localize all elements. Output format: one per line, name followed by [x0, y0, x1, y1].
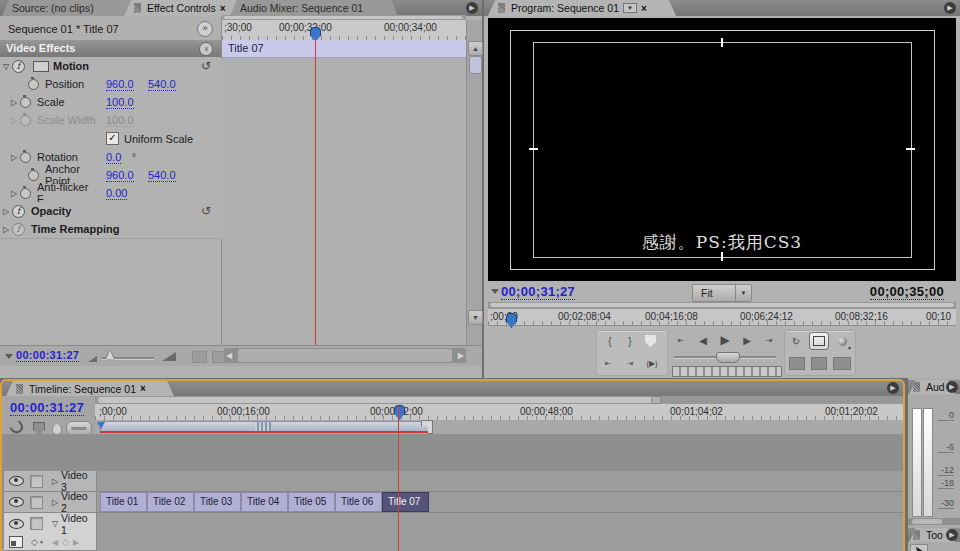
scroll-up-button[interactable]: ▲ [468, 41, 483, 56]
timeline-ruler[interactable]: ;00;00 00;00;16;00 00;00;32;00 00;00;48;… [95, 404, 903, 421]
scroll-left-button[interactable]: ◀ [226, 351, 232, 360]
lift-button[interactable] [789, 357, 805, 370]
goto-in-button[interactable]: ⇤ [599, 355, 617, 371]
track-content-video2[interactable]: Title 01 Title 02 Title 03 Title 04 Titl… [97, 492, 903, 513]
scale-value[interactable]: 100.0 [106, 96, 134, 109]
chevron-right-icon[interactable]: ▷ [49, 498, 61, 507]
show-keyframes-button[interactable]: ◇ [31, 537, 38, 547]
effect-row-motion[interactable]: ▽ f Motion ↺ [0, 57, 221, 76]
disclosure-icon[interactable] [491, 289, 499, 294]
anti-flicker-value[interactable]: 0.00 [106, 187, 127, 200]
tab-timeline[interactable]: Timeline: Sequence 01 × [6, 381, 174, 396]
set-in-point-button[interactable]: { [601, 333, 619, 349]
ec-lane-area[interactable]: Title 07 [222, 40, 466, 345]
play-in-to-out-button[interactable]: {▶} [643, 355, 661, 371]
tab-audio-mixer[interactable]: Audio Mixer: Sequence 01 [230, 0, 398, 16]
panel-menu-icon[interactable]: ▶ [466, 2, 478, 14]
disclosure-icon[interactable] [5, 354, 13, 359]
collapse-section-icon[interactable]: » [199, 42, 213, 56]
track-header-video2[interactable]: ▷ Video 2 [4, 492, 97, 513]
track-content-video3[interactable] [97, 471, 903, 492]
scroll-thumb[interactable] [98, 397, 658, 403]
panel-menu-icon[interactable]: ▶ [944, 2, 956, 14]
track-content-video1[interactable] [97, 513, 903, 551]
zoom-out-icon[interactable] [88, 356, 97, 362]
clip-title-07-selected[interactable]: Title 07 [382, 492, 429, 512]
close-icon[interactable]: × [140, 383, 146, 394]
selection-tool-button[interactable] [910, 544, 928, 551]
chevron-right-icon[interactable]: ▷ [8, 98, 20, 107]
chevron-down-icon[interactable]: ▽ [49, 519, 61, 528]
tab-program[interactable]: Program: Sequence 01 ▼ × [488, 0, 676, 16]
anchor-y-value[interactable]: 540.0 [148, 169, 176, 182]
effect-row-time-remapping[interactable]: ▷ f Time Remapping [0, 220, 221, 239]
fx-enabled-icon[interactable]: f [12, 205, 25, 218]
chevron-right-icon[interactable]: ▷ [8, 189, 20, 198]
trim-button[interactable] [833, 357, 851, 370]
goto-previous-edit-button[interactable]: ⇤ [672, 332, 690, 348]
chevron-right-icon[interactable]: ▷ [0, 225, 12, 234]
panel-menu-icon[interactable]: ▶ [946, 529, 958, 541]
ec-vscrollbar[interactable]: ▲ ▼ [466, 20, 482, 345]
goto-next-edit-button[interactable]: ⇥ [760, 332, 778, 348]
track-lock-toggle[interactable] [30, 496, 43, 509]
zoom-slider[interactable] [102, 357, 154, 359]
toggle-track-output-icon[interactable] [9, 476, 24, 486]
chevron-right-icon[interactable]: ▷ [49, 477, 61, 486]
audio-meters-scrollbar[interactable] [908, 518, 960, 525]
track-lock-toggle[interactable] [30, 517, 43, 530]
work-area-strip[interactable] [95, 420, 903, 434]
scroll-thumb-handle[interactable] [651, 396, 661, 404]
add-keyframe-button[interactable]: ◇ [62, 537, 69, 547]
track-header-video3[interactable]: ▷ Video 3 [4, 471, 97, 492]
param-row-scale[interactable]: ▷ Scale 100.0 [0, 93, 221, 112]
safe-margins-button[interactable] [809, 332, 829, 350]
tab-dropdown-icon[interactable]: ▼ [623, 3, 637, 13]
stopwatch-icon[interactable] [28, 170, 39, 181]
scroll-right-button[interactable]: ▶ [458, 351, 464, 360]
shuttle-slider[interactable] [674, 356, 776, 358]
scroll-down-button[interactable]: ▼ [468, 310, 483, 325]
chevron-right-icon[interactable]: ▷ [8, 153, 20, 162]
loop-button[interactable]: ↻ [787, 333, 805, 349]
effect-row-opacity[interactable]: ▷ f Opacity ↺ [0, 202, 221, 221]
param-row-anchor-point[interactable]: Anchor Point 960.0 540.0 [0, 166, 221, 185]
program-video-area[interactable]: 感謝。PS:我用CS3 [488, 18, 956, 281]
program-playhead-marker[interactable] [506, 313, 517, 328]
shuttle-handle[interactable] [716, 352, 740, 363]
jog-disk[interactable] [672, 366, 782, 377]
show-hide-timeline-button[interactable]: » [197, 21, 213, 37]
fx-disabled-icon[interactable]: f [12, 223, 25, 236]
reset-effect-icon[interactable]: ↺ [201, 59, 211, 73]
reset-effect-icon[interactable]: ↺ [201, 204, 211, 218]
stopwatch-icon[interactable] [20, 152, 31, 163]
position-y-value[interactable]: 540.0 [148, 78, 176, 91]
clip-title-05[interactable]: Title 05 [288, 492, 335, 512]
clip-title-03[interactable]: Title 03 [194, 492, 241, 512]
param-row-position[interactable]: Position 960.0 540.0 [0, 75, 221, 94]
ec-mini-ruler[interactable]: ;30;00 00;00;32;00 00;00;34;00 [222, 20, 466, 41]
track-header-video1[interactable]: ▽ Video 1 [4, 513, 97, 534]
set-unnumbered-marker-button[interactable] [48, 421, 64, 435]
scroll-thumb[interactable] [238, 349, 452, 362]
clip-title-01[interactable]: Title 01 [100, 492, 147, 512]
zoom-slider-handle[interactable] [106, 351, 114, 359]
param-row-uniform-scale[interactable]: ✓ Uniform Scale [0, 129, 221, 149]
clip-title-04[interactable]: Title 04 [241, 492, 288, 512]
param-row-anti-flicker[interactable]: ▷ Anti-flicker F... 0.00 [0, 184, 221, 203]
stopwatch-icon[interactable] [20, 97, 31, 108]
next-keyframe-button[interactable]: ▶ [73, 538, 79, 547]
zoom-in-icon[interactable] [162, 352, 176, 361]
anchor-x-value[interactable]: 960.0 [106, 169, 134, 182]
set-out-point-button[interactable]: } [621, 333, 639, 349]
position-x-value[interactable]: 960.0 [106, 78, 134, 91]
tab-source[interactable]: Source: (no clips) [2, 0, 140, 16]
goto-out-button[interactable]: ⇥ [621, 355, 639, 371]
panel-menu-icon[interactable]: ▶ [946, 381, 958, 393]
step-forward-button[interactable]: ▶ [738, 332, 756, 348]
rotation-value[interactable]: 0.0 [106, 151, 121, 164]
timeline-hscrollbar[interactable] [95, 396, 903, 404]
scroll-thumb[interactable] [469, 56, 482, 74]
param-row-rotation[interactable]: ▷ Rotation 0.0 ° [0, 148, 221, 167]
timeline-timecode[interactable]: 00:00:31:27 [10, 400, 84, 416]
